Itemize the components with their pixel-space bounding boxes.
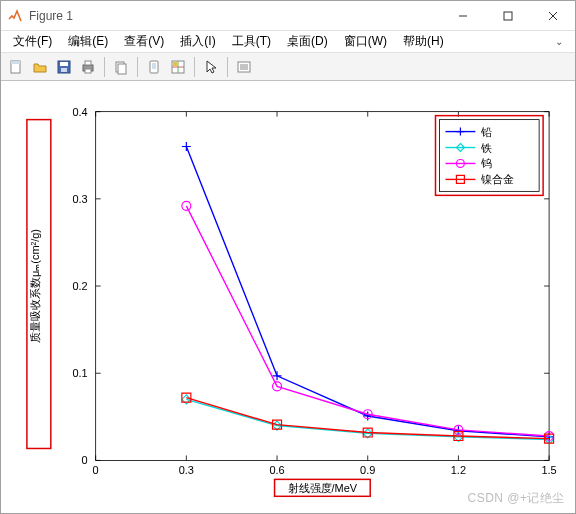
svg-text:钨: 钨 <box>480 157 492 169</box>
toolbar <box>1 53 575 81</box>
y-axis-label: 质量吸收系数μₘ(cm²/g) <box>29 229 41 343</box>
svg-text:0.2: 0.2 <box>72 280 87 292</box>
close-button[interactable] <box>530 1 575 30</box>
menu-help[interactable]: 帮助(H) <box>395 31 452 52</box>
svg-text:0: 0 <box>93 464 99 476</box>
menu-desktop[interactable]: 桌面(D) <box>279 31 336 52</box>
new-icon[interactable] <box>5 56 27 78</box>
menu-file[interactable]: 文件(F) <box>5 31 60 52</box>
svg-text:0: 0 <box>82 454 88 466</box>
titlebar: Figure 1 <box>1 1 575 31</box>
svg-text:0.4: 0.4 <box>72 106 87 118</box>
open-icon[interactable] <box>29 56 51 78</box>
svg-text:0.1: 0.1 <box>72 367 87 379</box>
matlab-icon <box>7 8 23 24</box>
svg-text:1.2: 1.2 <box>451 464 466 476</box>
svg-rect-15 <box>152 63 156 69</box>
menu-edit[interactable]: 编辑(E) <box>60 31 116 52</box>
svg-rect-8 <box>61 68 67 72</box>
menu-view[interactable]: 查看(V) <box>116 31 172 52</box>
grid-icon[interactable] <box>167 56 189 78</box>
svg-text:1.5: 1.5 <box>541 464 556 476</box>
save-icon[interactable] <box>53 56 75 78</box>
svg-text:铅: 铅 <box>480 126 492 138</box>
menu-window[interactable]: 窗口(W) <box>336 31 395 52</box>
copy-icon[interactable] <box>110 56 132 78</box>
svg-rect-5 <box>11 61 20 64</box>
menu-tools[interactable]: 工具(T) <box>224 31 279 52</box>
window-title: Figure 1 <box>29 9 440 23</box>
svg-rect-19 <box>173 62 177 66</box>
svg-rect-13 <box>118 64 126 74</box>
cursor-icon[interactable] <box>200 56 222 78</box>
maximize-button[interactable] <box>485 1 530 30</box>
toolbar-separator <box>227 57 228 77</box>
minimize-button[interactable] <box>440 1 485 30</box>
x-axis-label: 射线强度/MeV <box>288 482 358 494</box>
svg-text:0.3: 0.3 <box>179 464 194 476</box>
list-icon[interactable] <box>233 56 255 78</box>
menu-insert[interactable]: 插入(I) <box>172 31 223 52</box>
device-icon[interactable] <box>143 56 165 78</box>
menu-overflow-icon[interactable]: ⌄ <box>547 36 571 47</box>
svg-rect-1 <box>504 12 512 20</box>
svg-text:0.3: 0.3 <box>72 193 87 205</box>
plot-canvas: 00.30.60.91.21.500.10.20.30.4射线强度/MeV质量吸… <box>1 81 575 513</box>
window-buttons <box>440 1 575 30</box>
svg-rect-10 <box>85 61 91 65</box>
svg-rect-7 <box>60 62 68 66</box>
menubar: 文件(F) 编辑(E) 查看(V) 插入(I) 工具(T) 桌面(D) 窗口(W… <box>1 31 575 53</box>
toolbar-separator <box>104 57 105 77</box>
svg-text:镍合金: 镍合金 <box>480 173 514 185</box>
toolbar-separator <box>194 57 195 77</box>
svg-text:0.6: 0.6 <box>269 464 284 476</box>
svg-text:0.9: 0.9 <box>360 464 375 476</box>
print-icon[interactable] <box>77 56 99 78</box>
toolbar-separator <box>137 57 138 77</box>
plot-svg: 00.30.60.91.21.500.10.20.30.4射线强度/MeV质量吸… <box>1 81 575 513</box>
svg-text:铁: 铁 <box>480 142 492 154</box>
figure-window: Figure 1 文件(F) 编辑(E) 查看(V) 插入(I) 工具(T) 桌… <box>0 0 576 514</box>
svg-rect-11 <box>85 69 91 73</box>
